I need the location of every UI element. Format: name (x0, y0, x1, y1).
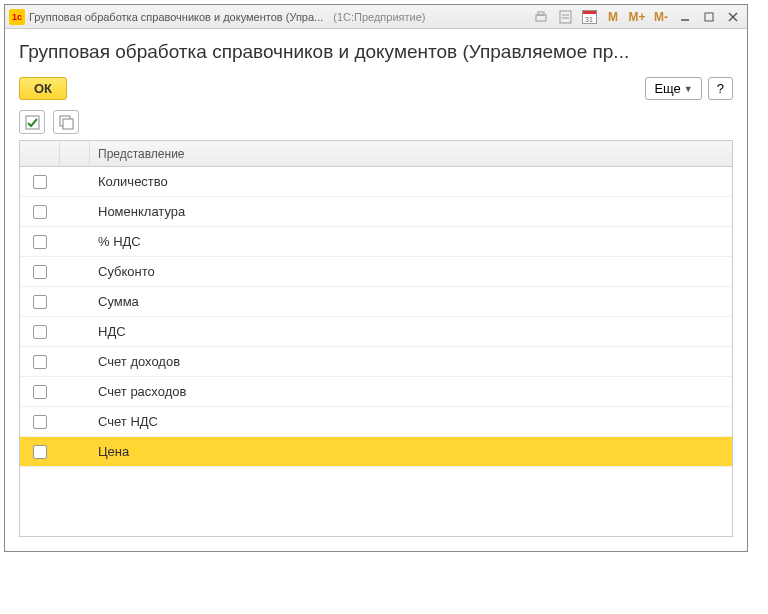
memory-mplus-button[interactable]: M+ (627, 8, 647, 26)
table-row[interactable]: Счет НДС (20, 407, 732, 437)
row-checkbox[interactable] (33, 385, 47, 399)
content-area: Групповая обработка справочников и докум… (5, 29, 747, 551)
row-checkbox[interactable] (33, 445, 47, 459)
row-checkbox-cell (20, 265, 60, 279)
titlebar: 1c Групповая обработка справочников и до… (5, 5, 747, 29)
row-label: Счет доходов (90, 354, 732, 369)
check-all-button[interactable] (19, 110, 45, 134)
calendar-day: 31 (582, 10, 597, 24)
row-label: Субконто (90, 264, 732, 279)
table-row[interactable]: Цена (20, 437, 732, 467)
table-header-row: Представление (20, 141, 732, 167)
row-checkbox-cell (20, 355, 60, 369)
window-subtitle: (1С:Предприятие) (333, 11, 425, 23)
main-toolbar: ОК Еще ▼ ? (19, 77, 733, 100)
table-row[interactable]: Номенклатура (20, 197, 732, 227)
svg-rect-1 (538, 12, 544, 15)
more-button[interactable]: Еще ▼ (645, 77, 701, 100)
header-checkbox-col (20, 141, 60, 166)
row-checkbox-cell (20, 235, 60, 249)
help-button[interactable]: ? (708, 77, 733, 100)
row-checkbox[interactable] (33, 265, 47, 279)
attributes-table: Представление КоличествоНоменклатура% НД… (19, 140, 733, 537)
header-label: Представление (90, 147, 732, 161)
row-label: Номенклатура (90, 204, 732, 219)
row-checkbox-cell (20, 415, 60, 429)
table-row[interactable]: Сумма (20, 287, 732, 317)
minimize-button[interactable] (675, 8, 695, 26)
page-title: Групповая обработка справочников и докум… (19, 41, 733, 63)
svg-rect-6 (705, 13, 713, 21)
table-row[interactable]: Счет расходов (20, 377, 732, 407)
calendar-icon[interactable]: 31 (579, 8, 599, 26)
table-row[interactable]: Счет доходов (20, 347, 732, 377)
window-title: Групповая обработка справочников и докум… (29, 11, 323, 23)
row-checkbox[interactable] (33, 355, 47, 369)
print-icon[interactable] (531, 8, 551, 26)
row-label: Цена (90, 444, 732, 459)
row-label: Счет НДС (90, 414, 732, 429)
maximize-button[interactable] (699, 8, 719, 26)
row-checkbox-cell (20, 385, 60, 399)
svg-rect-11 (63, 119, 73, 129)
svg-rect-2 (560, 11, 571, 23)
row-checkbox-cell (20, 445, 60, 459)
table-row[interactable]: % НДС (20, 227, 732, 257)
row-checkbox[interactable] (33, 175, 47, 189)
svg-rect-9 (26, 116, 39, 129)
calculator-icon[interactable] (555, 8, 575, 26)
row-label: НДС (90, 324, 732, 339)
app-icon: 1c (9, 9, 25, 25)
row-label: % НДС (90, 234, 732, 249)
row-checkbox-cell (20, 205, 60, 219)
row-checkbox[interactable] (33, 415, 47, 429)
row-checkbox[interactable] (33, 325, 47, 339)
header-icon-col (60, 141, 90, 166)
table-row[interactable]: Количество (20, 167, 732, 197)
table-row[interactable]: Субконто (20, 257, 732, 287)
secondary-toolbar (19, 110, 733, 134)
more-button-label: Еще (654, 81, 680, 96)
table-row[interactable]: НДС (20, 317, 732, 347)
memory-mminus-button[interactable]: M- (651, 8, 671, 26)
row-checkbox-cell (20, 175, 60, 189)
app-window: 1c Групповая обработка справочников и до… (4, 4, 748, 552)
memory-m-button[interactable]: M (603, 8, 623, 26)
chevron-down-icon: ▼ (684, 84, 693, 94)
row-label: Счет расходов (90, 384, 732, 399)
row-checkbox[interactable] (33, 235, 47, 249)
ok-button[interactable]: ОК (19, 77, 67, 100)
close-button[interactable] (723, 8, 743, 26)
row-checkbox-cell (20, 325, 60, 339)
row-label: Количество (90, 174, 732, 189)
row-checkbox[interactable] (33, 205, 47, 219)
svg-rect-0 (536, 15, 546, 21)
row-checkbox[interactable] (33, 295, 47, 309)
table-body[interactable]: КоличествоНоменклатура% НДССубконтоСумма… (20, 167, 732, 536)
row-checkbox-cell (20, 295, 60, 309)
uncheck-all-button[interactable] (53, 110, 79, 134)
row-label: Сумма (90, 294, 732, 309)
